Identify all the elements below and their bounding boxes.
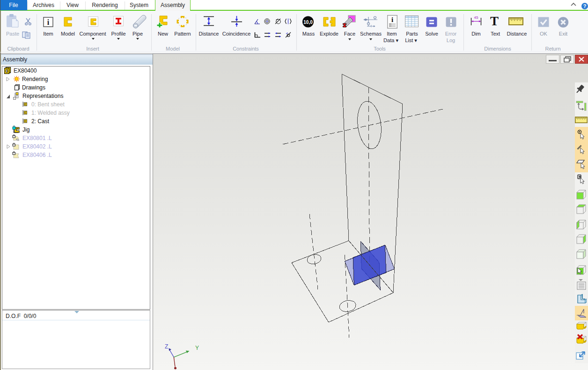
svg-text:Y: Y (195, 345, 199, 351)
svg-text:45: 45 (474, 15, 478, 20)
svg-text:Z: Z (165, 343, 168, 350)
svg-text:i: i (47, 18, 50, 26)
svg-text:10,0: 10,0 (303, 20, 313, 25)
svg-text:i: i (391, 16, 393, 23)
